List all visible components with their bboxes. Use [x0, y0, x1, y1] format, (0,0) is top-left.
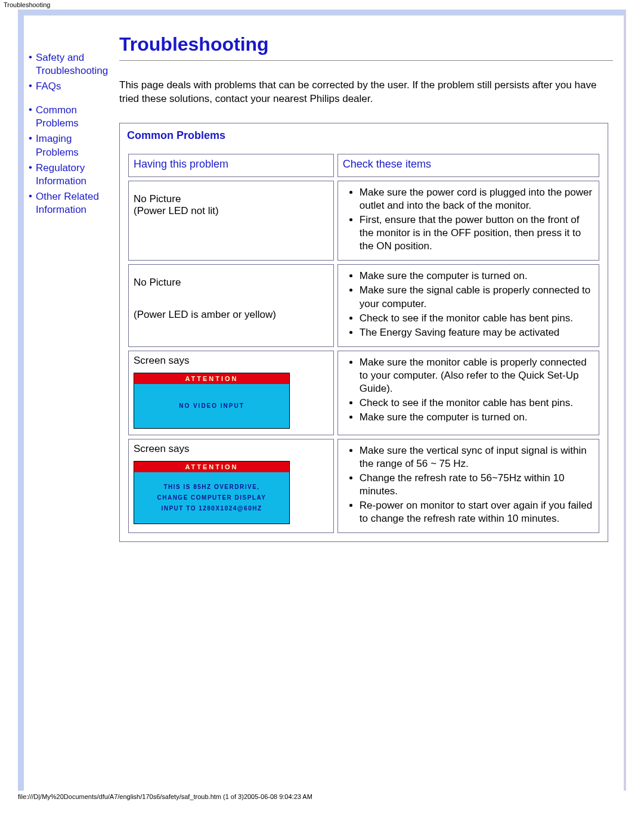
sidebar-link[interactable]: FAQs	[36, 80, 61, 93]
problem-text: (Power LED not lit)	[134, 205, 219, 216]
list-item: Check to see if the monitor cable has be…	[360, 312, 594, 325]
sidebar-link[interactable]: Other Related Information	[36, 190, 117, 216]
osd-line: CHANGE COMPUTER DISPLAY	[157, 494, 266, 501]
osd-attention-bar: ATTENTION	[134, 373, 289, 384]
osd-line: INPUT TO 1280X1024@60HZ	[161, 505, 262, 512]
table-header-row: Having this problem Check these items	[128, 154, 599, 177]
problem-cell: No Picture (Power LED is amber or yellow…	[128, 264, 334, 346]
problem-text: (Power LED is amber or yellow)	[134, 309, 329, 321]
common-problems-panel: Common Problems Having this problem Chec…	[119, 123, 608, 543]
list-item: First, ensure that the power button on t…	[360, 213, 594, 253]
bullet-icon: •	[29, 162, 36, 174]
bullet-icon: •	[29, 80, 36, 92]
check-list: Make sure the power cord is plugged into…	[343, 186, 594, 253]
sidebar-nav: • Safety and Troubleshooting • FAQs • Co…	[24, 16, 119, 791]
list-item: Make sure the computer is turned on.	[360, 270, 594, 283]
list-item: Re-power on monitor to start over again …	[360, 499, 594, 525]
check-cell: Make sure the monitor cable is properly …	[338, 351, 599, 435]
sidebar-item-other-related[interactable]: • Other Related Information	[29, 190, 117, 216]
col-header-check: Check these items	[338, 154, 599, 177]
table-row: No Picture (Power LED not lit) Make sure…	[128, 181, 599, 261]
table-row: Screen says ATTENTION THIS IS 85HZ OVERD…	[128, 439, 599, 534]
osd-warning-box: ATTENTION THIS IS 85HZ OVERDRIVE, CHANGE…	[134, 461, 290, 524]
col-header-problem: Having this problem	[128, 154, 334, 177]
table-row: Screen says ATTENTION NO VIDEO INPUT Mak…	[128, 351, 599, 435]
osd-warning-box: ATTENTION NO VIDEO INPUT	[134, 373, 290, 429]
osd-attention-bar: ATTENTION	[134, 462, 289, 472]
osd-line: THIS IS 85HZ OVERDRIVE,	[163, 484, 259, 490]
list-item: Make sure the vertical sync of input sig…	[360, 444, 594, 470]
sidebar-link[interactable]: Common Problems	[36, 104, 117, 130]
check-cell: Make sure the power cord is plugged into…	[338, 181, 599, 261]
page-title: Troubleshooting	[119, 33, 613, 55]
osd-message: NO VIDEO INPUT	[134, 384, 289, 428]
list-item: Make sure the power cord is plugged into…	[360, 186, 594, 212]
list-item: Change the refresh rate to 56~75Hz withi…	[360, 472, 594, 498]
problem-text: No Picture	[134, 277, 329, 289]
list-item: The Energy Saving feature may be activat…	[360, 326, 594, 339]
page-header-small: Troubleshooting	[0, 0, 644, 10]
list-item: Check to see if the monitor cable has be…	[360, 397, 594, 410]
sidebar-item-imaging-problems[interactable]: • Imaging Problems	[29, 132, 117, 159]
problem-text: Screen says	[134, 355, 190, 366]
intro-paragraph: This page deals with problems that can b…	[119, 79, 613, 106]
problem-text: Screen says	[134, 443, 190, 454]
sidebar-item-safety[interactable]: • Safety and Troubleshooting	[29, 51, 117, 78]
main-content: Troubleshooting This page deals with pro…	[119, 16, 624, 791]
sidebar-link[interactable]: Imaging Problems	[36, 132, 117, 159]
check-list: Make sure the vertical sync of input sig…	[343, 444, 594, 526]
list-item: Make sure the computer is turned on.	[360, 411, 594, 424]
sidebar-link[interactable]: Regulatory Information	[36, 162, 117, 188]
horizontal-rule	[119, 60, 613, 61]
problems-table: Having this problem Check these items No…	[125, 150, 603, 537]
check-cell: Make sure the computer is turned on. Mak…	[338, 264, 599, 346]
page-footer-small: file:///D|/My%20Documents/dfu/A7/english…	[0, 791, 644, 806]
sidebar-item-faqs[interactable]: • FAQs	[29, 80, 117, 93]
list-item: Make sure the signal cable is properly c…	[360, 284, 594, 310]
problem-cell: Screen says ATTENTION THIS IS 85HZ OVERD…	[128, 439, 334, 534]
bullet-icon: •	[29, 51, 36, 63]
bullet-icon: •	[29, 190, 36, 202]
problem-cell: Screen says ATTENTION NO VIDEO INPUT	[128, 351, 334, 435]
sidebar-item-regulatory[interactable]: • Regulatory Information	[29, 162, 117, 188]
sidebar-link[interactable]: Safety and Troubleshooting	[36, 51, 117, 78]
check-list: Make sure the monitor cable is properly …	[343, 356, 594, 424]
check-list: Make sure the computer is turned on. Mak…	[343, 270, 594, 339]
table-row: No Picture (Power LED is amber or yellow…	[128, 264, 599, 346]
problem-text: No Picture	[134, 193, 329, 205]
problem-cell: No Picture (Power LED not lit)	[128, 181, 334, 261]
bullet-icon: •	[29, 104, 36, 116]
osd-message: THIS IS 85HZ OVERDRIVE, CHANGE COMPUTER …	[134, 472, 289, 524]
sidebar-item-common-problems[interactable]: • Common Problems	[29, 104, 117, 130]
page-frame: • Safety and Troubleshooting • FAQs • Co…	[18, 10, 626, 791]
check-cell: Make sure the vertical sync of input sig…	[338, 439, 599, 534]
section-heading: Common Problems	[125, 128, 603, 150]
bullet-icon: •	[29, 132, 36, 144]
list-item: Make sure the monitor cable is properly …	[360, 356, 594, 395]
